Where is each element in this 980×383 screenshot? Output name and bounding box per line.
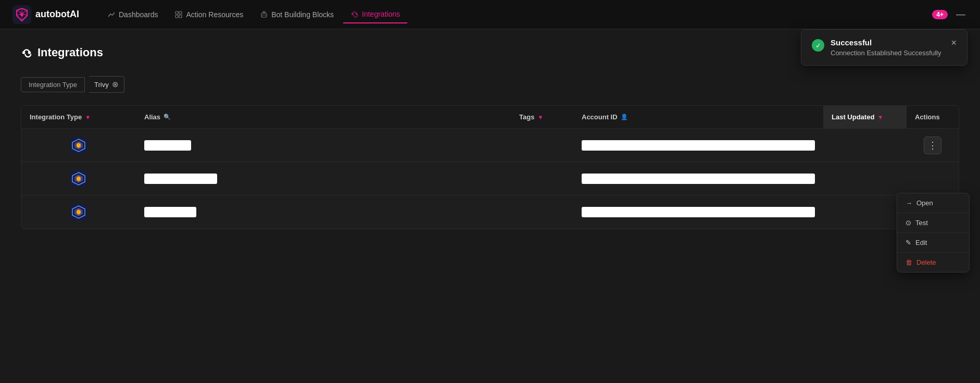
td-account-1	[573, 133, 823, 158]
svg-rect-7	[263, 11, 265, 13]
table-header: Integration Type ▼ Alias 🔍 Tags ▼ Accoun…	[21, 106, 959, 129]
page-title-icon	[21, 47, 32, 58]
td-alias-2	[136, 166, 511, 191]
th-alias: Alias 🔍	[136, 106, 511, 128]
logo-text: autobotAI	[35, 9, 79, 20]
action-dropdown-menu: → Open ⊙ Test ✎ Edit 🗑 Delete	[897, 193, 970, 273]
svg-rect-6	[261, 13, 267, 17]
delete-icon: 🗑	[906, 258, 912, 266]
filter-row: Integration Type Trivy ⊗	[21, 76, 959, 93]
integration-type-filter-icon[interactable]: ▼	[85, 114, 91, 120]
success-toast: ✓ Successful Connection Established Succ…	[801, 29, 968, 66]
nav-item-bot-building-blocks[interactable]: Bot Building Blocks	[253, 6, 341, 23]
collapse-button[interactable]: —	[954, 7, 968, 22]
integrations-icon	[350, 10, 359, 18]
alias-value-3	[144, 207, 196, 217]
nav-item-action-resources[interactable]: Action Resources	[167, 6, 250, 23]
td-actions-1[interactable]: ⋮	[907, 129, 959, 162]
svg-point-11	[356, 13, 358, 15]
td-tags-1	[511, 138, 573, 153]
svg-point-13	[28, 51, 31, 54]
nav-item-dashboards[interactable]: Dashboards	[100, 6, 166, 23]
dropdown-item-delete[interactable]: 🗑 Delete	[897, 253, 969, 272]
table-row	[21, 162, 959, 195]
svg-point-8	[262, 15, 263, 16]
td-last-updated-2	[823, 171, 907, 186]
toast-content: Successful Connection Established Succes…	[831, 38, 945, 57]
action-menu-button-1[interactable]: ⋮	[924, 137, 941, 154]
td-last-updated-3	[823, 205, 907, 219]
page-title: Integrations	[37, 46, 103, 59]
dropdown-item-open[interactable]: → Open	[897, 193, 969, 213]
bot-icon	[260, 10, 268, 19]
integrations-table: Integration Type ▼ Alias 🔍 Tags ▼ Accoun…	[21, 105, 959, 229]
table-row: ⋮	[21, 129, 959, 162]
th-last-updated: Last Updated ▼	[823, 106, 907, 128]
td-integration-type-1	[21, 130, 136, 161]
svg-point-10	[351, 13, 354, 15]
account-id-user-icon[interactable]: 👤	[621, 114, 628, 120]
table-row	[21, 195, 959, 229]
tags-filter-icon[interactable]: ▼	[537, 114, 543, 120]
svg-rect-5	[179, 15, 182, 18]
logo[interactable]: autobotAI	[12, 5, 79, 24]
toast-message: Connection Established Successfully	[831, 49, 945, 57]
trivy-icon-3	[70, 204, 87, 220]
account-value-3	[582, 207, 815, 217]
filter-clear-icon[interactable]: ⊗	[112, 80, 119, 89]
action-resources-icon	[174, 10, 183, 19]
account-value-1	[582, 140, 815, 151]
filter-label: Integration Type	[21, 77, 85, 92]
chart-icon	[107, 10, 116, 19]
svg-rect-2	[175, 11, 178, 14]
trivy-icon-1	[70, 137, 87, 154]
td-last-updated-1	[823, 138, 907, 153]
td-account-2	[573, 166, 823, 191]
th-account-id: Account ID 👤	[573, 106, 823, 128]
th-tags: Tags ▼	[511, 106, 573, 128]
account-value-2	[582, 174, 815, 184]
dropdown-item-edit[interactable]: ✎ Edit	[897, 233, 969, 253]
svg-rect-4	[175, 15, 178, 18]
success-icon: ✓	[812, 39, 824, 52]
svg-rect-3	[179, 11, 182, 14]
td-account-3	[573, 200, 823, 225]
edit-icon: ✎	[906, 239, 911, 246]
svg-point-1	[20, 13, 23, 16]
td-alias-1	[136, 133, 511, 158]
th-integration-type: Integration Type ▼	[21, 106, 136, 128]
td-actions-2[interactable]	[907, 171, 959, 186]
nav-item-integrations[interactable]: Integrations	[343, 6, 407, 23]
alias-value-2	[144, 174, 217, 184]
filter-value: Trivy ⊗	[89, 76, 124, 93]
toast-title: Successful	[831, 38, 945, 47]
toast-close-button[interactable]: ×	[951, 38, 957, 47]
logo-icon	[12, 5, 31, 24]
trivy-icon-2	[70, 170, 87, 187]
alias-value-1	[144, 140, 191, 151]
navbar: autobotAI Dashboards Action Resources	[0, 0, 980, 29]
open-icon: →	[906, 199, 912, 207]
svg-point-9	[265, 15, 266, 16]
navbar-nav: Dashboards Action Resources Bot Building…	[100, 6, 932, 23]
td-alias-3	[136, 200, 511, 225]
td-integration-type-2	[21, 163, 136, 194]
td-integration-type-3	[21, 196, 136, 228]
test-icon: ⊙	[906, 219, 911, 227]
svg-point-12	[22, 51, 26, 54]
dropdown-item-test[interactable]: ⊙ Test	[897, 213, 969, 233]
td-tags-3	[511, 205, 573, 219]
td-tags-2	[511, 171, 573, 186]
last-updated-sort-icon[interactable]: ▼	[877, 114, 883, 120]
navbar-right: 4+ —	[932, 7, 968, 22]
th-actions: Actions	[907, 106, 959, 128]
notification-badge[interactable]: 4+	[932, 10, 948, 19]
alias-search-icon[interactable]: 🔍	[164, 114, 171, 120]
